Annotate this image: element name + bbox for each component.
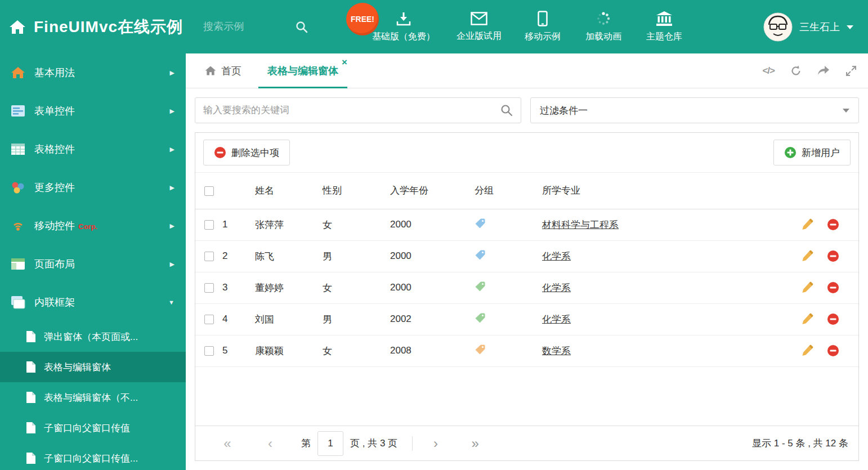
chevron-right-icon: ▶ — [170, 69, 175, 77]
more-controls-icon — [11, 181, 25, 194]
delete-row-icon[interactable] — [827, 313, 839, 325]
table-row: 3 董婷婷 女 2000 化学系 — [195, 272, 858, 303]
major-link[interactable]: 化学系 — [542, 314, 571, 325]
nav-item-enterprise-trial[interactable]: 企业版试用 — [457, 11, 502, 42]
major-link[interactable]: 化学系 — [542, 283, 571, 293]
prev-page-icon[interactable]: ‹ — [262, 437, 279, 450]
grid-header-row: 姓名 性别 入学年份 分组 所学专业 — [195, 173, 858, 209]
filter-dropdown-value: 过滤条件一 — [540, 104, 843, 117]
edit-icon[interactable] — [801, 344, 813, 357]
delete-row-icon[interactable] — [827, 250, 839, 262]
tab-grid-edit-window[interactable]: 表格与编辑窗体 × — [258, 53, 347, 88]
sidebar-item-label: 页面布局 — [34, 257, 170, 271]
tag-icon — [475, 218, 486, 229]
sidebar-item-mobile-controls[interactable]: 移动控件Corp. ▶ — [0, 207, 186, 245]
edit-icon[interactable] — [801, 281, 813, 294]
row-year: 2000 — [390, 240, 475, 272]
major-link[interactable]: 材料科学与工程系 — [542, 220, 619, 230]
delete-row-icon[interactable] — [827, 281, 839, 294]
row-year: 2000 — [390, 272, 475, 303]
download-icon — [396, 11, 411, 26]
sidebar-subitem-child-to-parent-2[interactable]: 子窗口向父窗口传值... — [0, 443, 186, 470]
form-icon — [11, 104, 25, 118]
row-checkbox[interactable] — [204, 346, 214, 356]
layout-icon — [11, 257, 25, 271]
source-code-icon[interactable]: </> — [762, 65, 775, 77]
row-year: 2008 — [390, 335, 475, 366]
file-icon — [26, 330, 36, 343]
sidebar-item-form-controls[interactable]: 表单控件 ▶ — [0, 92, 186, 130]
filter-dropdown[interactable]: 过滤条件一 — [530, 97, 859, 123]
sidebar-subitem-label: 子窗口向父窗口传值 — [44, 422, 130, 435]
chevron-right-icon: ▶ — [170, 261, 175, 268]
tab-actions: </> — [762, 53, 868, 88]
column-header-major[interactable]: 所学专业 — [542, 173, 785, 209]
sidebar-subitem-grid-edit-window[interactable]: 表格与编辑窗体 — [0, 352, 186, 382]
select-all-checkbox[interactable] — [204, 186, 214, 196]
sidebar-subitem-grid-edit-window-2[interactable]: 表格与编辑窗体（不... — [0, 382, 186, 413]
edit-icon[interactable] — [801, 313, 813, 325]
sidebar-item-page-layout[interactable]: 页面布局 ▶ — [0, 245, 186, 283]
sidebar: 基本用法 ▶ 表单控件 ▶ 表格控件 ▶ 更多控件 ▶ 移动控件Corp. ▶ … — [0, 53, 186, 470]
row-checkbox[interactable] — [204, 252, 214, 261]
chevron-down-icon — [847, 25, 853, 29]
corp-badge: Corp. — [78, 222, 97, 231]
home-icon — [9, 19, 26, 35]
page-number-input[interactable] — [317, 431, 343, 456]
delete-row-icon[interactable] — [827, 218, 839, 231]
row-index: 1 — [222, 209, 255, 240]
user-menu[interactable]: 三生石上 — [763, 12, 853, 42]
share-icon[interactable] — [817, 65, 830, 77]
nav-label: 移动示例 — [525, 31, 561, 43]
row-name: 刘国 — [255, 303, 323, 335]
last-page-icon[interactable]: » — [467, 437, 484, 450]
plus-circle-icon — [784, 146, 797, 159]
edit-icon[interactable] — [801, 218, 813, 231]
fullscreen-icon[interactable] — [845, 65, 857, 77]
sidebar-item-grid-controls[interactable]: 表格控件 ▶ — [0, 130, 186, 168]
sidebar-subitem-child-to-parent[interactable]: 子窗口向父窗口传值 — [0, 413, 186, 443]
sidebar-item-basic-usage[interactable]: 基本用法 ▶ — [0, 53, 186, 92]
next-page-icon[interactable]: › — [427, 437, 444, 450]
data-grid: 姓名 性别 入学年份 分组 所学专业 1 张萍萍 女 2000 — [195, 173, 858, 367]
nav-item-loading-animation[interactable]: 加载动画 — [584, 11, 623, 43]
nav-label: 基础版（免费） — [372, 31, 435, 43]
major-link[interactable]: 数学系 — [542, 346, 571, 356]
column-header-group[interactable]: 分组 — [475, 173, 542, 209]
close-icon[interactable]: × — [342, 57, 347, 67]
nav-item-basic-free[interactable]: FREE! 基础版（免费） — [372, 11, 435, 43]
refresh-icon[interactable] — [790, 65, 802, 77]
search-icon[interactable] — [500, 104, 513, 117]
sidebar-item-more-controls[interactable]: 更多控件 ▶ — [0, 168, 186, 207]
tab-home[interactable]: 首页 — [196, 53, 250, 88]
sidebar-subitem-popup-window[interactable]: 弹出窗体（本页面或... — [0, 321, 186, 352]
delete-row-icon[interactable] — [827, 344, 839, 357]
header-search-input[interactable] — [203, 21, 288, 33]
row-checkbox[interactable] — [204, 315, 214, 324]
delete-selected-button[interactable]: 删除选中项 — [203, 140, 290, 165]
sidebar-item-inline-frame[interactable]: 内联框架 ▼ — [0, 283, 186, 321]
table-row: 4 刘国 男 2002 化学系 — [195, 303, 858, 335]
keyword-search-input[interactable] — [203, 105, 500, 116]
chevron-right-icon: ▶ — [170, 146, 175, 153]
pagination-divider — [412, 436, 413, 451]
frame-icon — [11, 296, 25, 309]
nav-item-mobile-demo[interactable]: 移动示例 — [523, 11, 562, 43]
row-name: 张萍萍 — [255, 209, 323, 240]
chevron-right-icon: ▶ — [170, 108, 175, 115]
column-header-gender[interactable]: 性别 — [323, 173, 390, 209]
search-icon[interactable] — [296, 21, 308, 33]
add-user-button[interactable]: 新增用户 — [773, 140, 851, 165]
column-header-year[interactable]: 入学年份 — [390, 173, 475, 209]
row-checkbox[interactable] — [204, 283, 214, 293]
app-logo[interactable]: FineUIMvc在线示例 — [0, 16, 183, 38]
sidebar-subitem-label: 弹出窗体（本页面或... — [44, 330, 138, 343]
edit-icon[interactable] — [801, 250, 813, 262]
first-page-icon[interactable]: « — [219, 437, 236, 450]
nav-item-theme-repo[interactable]: 主题仓库 — [645, 11, 684, 43]
major-link[interactable]: 化学系 — [542, 251, 571, 262]
row-gender: 男 — [323, 240, 390, 272]
file-icon — [26, 391, 36, 404]
column-header-name[interactable]: 姓名 — [255, 173, 323, 209]
row-checkbox[interactable] — [204, 220, 214, 230]
